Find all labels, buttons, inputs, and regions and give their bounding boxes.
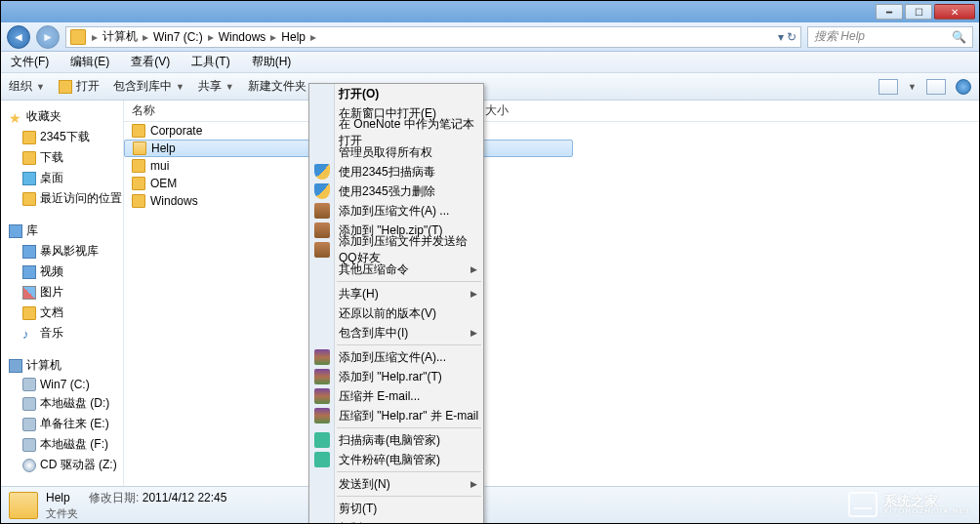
sidebar-item-d[interactable]: 本地磁盘 (D:) [9, 393, 123, 414]
tb-organize[interactable]: 组织▼ [9, 78, 45, 95]
sidebar-item-documents[interactable]: 文档 [9, 302, 123, 323]
shred-icon [314, 452, 330, 467]
menu-tools[interactable]: 工具(T) [187, 52, 233, 72]
cm-include[interactable]: 包含到库中(I)▶ [309, 323, 483, 343]
file-row[interactable]: Windows [124, 192, 979, 210]
minimize-button[interactable]: ━ [876, 4, 903, 20]
titlebar: ━ ☐ ✕ [1, 1, 979, 22]
search-icon[interactable]: 🔍 [952, 30, 966, 44]
cm-addzip-a[interactable]: 添加到压缩文件(A) ... [309, 201, 483, 221]
folder-icon [132, 124, 145, 138]
video-lib-icon [22, 245, 36, 259]
document-icon [22, 306, 36, 320]
menu-help[interactable]: 帮助(H) [248, 52, 296, 72]
sidebar-item-c[interactable]: Win7 (C:) [9, 376, 123, 393]
cm-shred-pc[interactable]: 文件粉碎(电脑管家) [309, 450, 483, 469]
tb-include[interactable]: 包含到库中▼ [113, 78, 184, 95]
cm-addrar-t[interactable]: 添加到 "Help.rar"(T) [309, 367, 483, 386]
cm-open-onenote[interactable]: 在 OneNote 中作为笔记本打开 [309, 123, 483, 142]
forward-button[interactable]: ► [36, 25, 60, 49]
sidebar-item-videos[interactable]: 视频 [9, 262, 123, 282]
zip-icon [314, 203, 330, 219]
tb-newfolder[interactable]: 新建文件夹 [248, 78, 306, 95]
col-name[interactable]: 名称 [124, 101, 311, 121]
disk-icon [22, 418, 36, 431]
bc-chevron[interactable]: ▸ [141, 30, 150, 44]
file-row[interactable]: Corporate [124, 122, 979, 140]
rar-icon [314, 408, 330, 423]
sidebar-item-recent[interactable]: 最近访问的位置 [9, 188, 123, 209]
sidebar-item-music[interactable]: ♪音乐 [9, 323, 123, 343]
sidebar-item-z[interactable]: CD 驱动器 (Z:) [9, 455, 123, 475]
cm-scan-pc[interactable]: 扫描病毒(电脑管家) [309, 430, 483, 450]
bc-chevron[interactable]: ▸ [206, 30, 216, 44]
file-row[interactable]: OEM [124, 175, 979, 192]
folder-icon [132, 194, 145, 208]
sidebar-item-downloads[interactable]: 下载 [9, 147, 123, 168]
context-menu: 打开(O) 在新窗口中打开(E) 在 OneNote 中作为笔记本打开 管理员取… [308, 83, 484, 524]
sidebar-item-2345[interactable]: 2345下载 [9, 127, 123, 147]
sidebar-item-baofeng[interactable]: 暴风影视库 [9, 241, 123, 262]
sidebar-item-e[interactable]: 单备往来 (E:) [9, 414, 123, 434]
address-dropdown-icon[interactable]: ▾ [778, 30, 784, 44]
cm-addrar-a[interactable]: 添加到压缩文件(A)... [309, 347, 483, 367]
bc-chevron[interactable]: ▸ [90, 30, 100, 44]
menu-edit[interactable]: 编辑(E) [66, 52, 113, 72]
breadcrumb-drive[interactable]: Win7 (C:) [150, 30, 206, 44]
breadcrumb-help[interactable]: Help [278, 30, 308, 44]
help-icon[interactable] [956, 79, 971, 95]
col-size[interactable]: 大小 [485, 101, 573, 121]
sidebar-libraries[interactable]: 库 [9, 221, 123, 241]
cd-icon [22, 459, 36, 472]
folder-icon [132, 177, 145, 190]
cm-addzip-qq[interactable]: 添加到压缩文件并发送给QQ好友 [309, 240, 483, 260]
cm-sendto[interactable]: 发送到(N)▶ [309, 474, 483, 494]
breadcrumb-computer[interactable]: 计算机 [100, 28, 141, 45]
sidebar-item-desktop[interactable]: 桌面 [9, 168, 123, 188]
sidebar-favorites[interactable]: ★收藏夹 [9, 106, 123, 127]
cm-otherzip[interactable]: 其他压缩命令▶ [309, 260, 483, 279]
sidebar-item-pictures[interactable]: 图片 [9, 282, 123, 302]
video-icon [22, 265, 36, 279]
bc-chevron[interactable]: ▸ [308, 30, 318, 44]
view-mode-button[interactable] [878, 79, 898, 95]
breadcrumb[interactable]: ▸ 计算机 ▸ Win7 (C:) ▸ Windows ▸ Help ▸ ▾↻ [65, 26, 801, 48]
watermark-sub: XITONGZHIJIA.NET [883, 507, 971, 515]
statusbar: Help 修改日期: 2011/4/12 22:45 文件夹 [1, 486, 979, 523]
search-input[interactable]: 搜索 Help 🔍 [807, 26, 973, 48]
cm-scan-2345[interactable]: 使用2345扫描病毒 [309, 162, 483, 181]
sidebar-item-f[interactable]: 本地磁盘 (F:) [9, 434, 123, 455]
cm-rar-email[interactable]: 压缩并 E-mail... [309, 386, 483, 406]
file-list: Corporate Help mui OEM Windows [124, 122, 979, 210]
cm-del-2345[interactable]: 使用2345强力删除 [309, 181, 483, 201]
back-button[interactable]: ◄ [7, 25, 30, 49]
cm-cut[interactable]: 剪切(T) [309, 499, 483, 518]
cm-admin[interactable]: 管理员取得所有权 [309, 142, 483, 162]
disk-icon [22, 397, 36, 411]
rar-icon [314, 388, 330, 404]
sidebar-computer[interactable]: 计算机 [9, 355, 123, 376]
preview-pane-button[interactable] [926, 79, 946, 95]
tb-open[interactable]: 打开 [59, 78, 100, 95]
tb-share[interactable]: 共享▼ [198, 78, 234, 95]
refresh-icon[interactable]: ↻ [787, 30, 796, 44]
view-dropdown-icon[interactable]: ▼ [908, 82, 917, 92]
close-button[interactable]: ✕ [934, 4, 975, 20]
file-row[interactable]: mui [124, 157, 979, 175]
maximize-button[interactable]: ☐ [905, 4, 932, 20]
column-headers: 名称 大小 [124, 101, 979, 122]
navbar: ◄ ► ▸ 计算机 ▸ Win7 (C:) ▸ Windows ▸ Help ▸… [1, 22, 979, 52]
library-icon [9, 224, 22, 238]
disk-icon [22, 438, 36, 452]
bc-chevron[interactable]: ▸ [268, 30, 278, 44]
cm-restore[interactable]: 还原以前的版本(V) [309, 303, 483, 323]
shield-icon [314, 183, 330, 199]
picture-icon [22, 286, 36, 300]
cm-copy[interactable]: 复制(C) [309, 518, 483, 524]
breadcrumb-windows[interactable]: Windows [216, 30, 269, 44]
menu-view[interactable]: 查看(V) [127, 52, 174, 72]
menu-file[interactable]: 文件(F) [7, 52, 53, 72]
cm-share[interactable]: 共享(H)▶ [309, 284, 483, 303]
cm-open[interactable]: 打开(O) [309, 84, 483, 103]
cm-rar-email2[interactable]: 压缩到 "Help.rar" 并 E-mail [309, 406, 483, 425]
